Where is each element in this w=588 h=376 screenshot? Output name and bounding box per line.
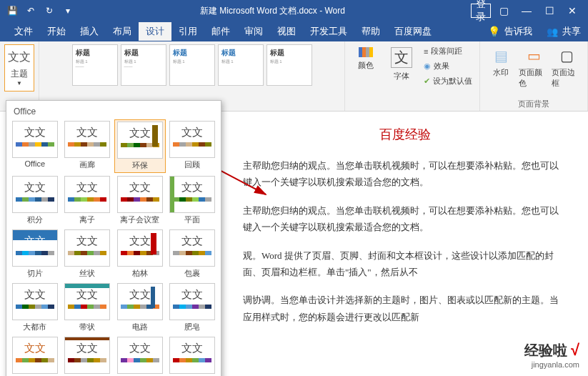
page-color-button[interactable]: ▭页面颜色 xyxy=(517,44,550,91)
document-paragraph: 调协调。当您单击设计并选择新的主题时，图片、图表或以匹配新的主题。当应用样式时，… xyxy=(243,292,567,325)
login-button[interactable]: 登录 xyxy=(471,4,491,18)
themes-dropdown-header: Office xyxy=(9,104,218,119)
paragraph-spacing-icon: ≡ xyxy=(424,47,428,56)
themes-label: 主题 xyxy=(11,68,28,80)
colors-icon xyxy=(359,47,373,57)
window-controls: 登录 ▢ — ☐ ✕ xyxy=(471,4,582,18)
themes-dropdown: Office 文文Office 文文画廊 文文环保 文文回顾 文文积分 文文离子… xyxy=(6,100,221,376)
qat-more-icon[interactable]: ▾ xyxy=(61,4,74,17)
tab-file[interactable]: 文件 xyxy=(7,22,40,41)
style-thumb[interactable]: 标题标题 1 xyxy=(169,44,215,86)
themes-grid: 文文Office 文文画廊 文文环保 文文回顾 文文积分 文文离子 文文离子会议… xyxy=(9,119,218,376)
colors-label: 颜色 xyxy=(358,60,374,71)
tab-review[interactable]: 审阅 xyxy=(237,22,270,41)
themes-icon: 文文 xyxy=(8,50,31,65)
tab-home[interactable]: 开始 xyxy=(40,22,73,41)
site-watermark: 经验啦 √ jingyanla.com xyxy=(524,341,579,369)
fonts-icon: 文 xyxy=(391,47,412,68)
theme-item-banded[interactable]: 文文带状 xyxy=(62,282,114,334)
effects-column: ≡段落间距 ◉效果 ✔设为默认值 xyxy=(421,44,475,88)
quick-access-toolbar: 💾 ↶ ↻ ▾ xyxy=(6,4,74,17)
theme-item-ion[interactable]: 文文离子 xyxy=(62,174,114,227)
tab-help[interactable]: 帮助 xyxy=(354,22,387,41)
effects-icon: ◉ xyxy=(424,61,431,71)
document-page: 百度经验 主帮助您归纳的观点。当您单击联机视频时，可以在想要添补粘贴。您也可以键… xyxy=(221,112,588,376)
page-borders-button[interactable]: ▢页面边框 xyxy=(550,44,583,91)
theme-item-retrospect[interactable]: 文文回顾 xyxy=(167,119,219,173)
theme-item-circuit[interactable]: 文文电路 xyxy=(114,282,166,334)
maximize-icon[interactable]: ☐ xyxy=(539,4,559,18)
paragraph-spacing-button[interactable]: ≡段落间距 xyxy=(421,44,475,58)
watermark-text: 经验啦 xyxy=(524,342,567,358)
minimize-icon[interactable]: — xyxy=(517,4,537,18)
theme-item-slice[interactable]: 文文切片 xyxy=(9,228,61,280)
colors-button[interactable]: 颜色 xyxy=(349,44,382,74)
tellme-label[interactable]: 告诉我 xyxy=(504,25,532,38)
theme-item-ion-boardroom[interactable]: 文文离子会议室 xyxy=(114,174,166,227)
style-thumb[interactable]: 标题标题 1 xyxy=(266,44,312,86)
fonts-label: 字体 xyxy=(394,71,409,81)
tab-developer[interactable]: 开发工具 xyxy=(303,22,354,41)
theme-item-pattern[interactable]: 文文花纹 xyxy=(114,335,166,376)
theme-item-soap[interactable]: 文文肥皂 xyxy=(167,282,219,334)
chevron-down-icon: ▼ xyxy=(16,80,22,86)
document-paragraph: 主帮助您归纳的观点。当您单击联机视频时，可以在想要添补粘贴。您也可以键入一个关键… xyxy=(243,202,567,236)
tab-design[interactable]: 设计 xyxy=(139,22,171,41)
theme-item-berlin[interactable]: 文文柏林 xyxy=(114,228,166,280)
redo-icon[interactable]: ↻ xyxy=(43,4,56,17)
themes-button[interactable]: 文文 主题 ▼ xyxy=(4,44,34,91)
theme-item-parcel[interactable]: 文文包裹 xyxy=(167,228,219,280)
theme-item-office[interactable]: 文文Office xyxy=(9,119,61,173)
tab-insert[interactable]: 插入 xyxy=(73,22,106,41)
theme-item-gallery2[interactable]: 文文画廊 xyxy=(167,335,219,376)
theme-item-gallery[interactable]: 文文画廊 xyxy=(62,119,114,173)
effects-button[interactable]: ◉效果 xyxy=(421,59,475,73)
page-background-group: ▤水印 ▭页面颜色 ▢页面边框 页面背景 xyxy=(480,41,588,111)
fonts-button[interactable]: 文 字体 xyxy=(385,44,418,84)
save-icon[interactable]: 💾 xyxy=(6,4,19,17)
watermark-url: jingyanla.com xyxy=(524,360,579,369)
style-thumb[interactable]: 标题标题 1—— xyxy=(72,44,118,86)
title-bar: 💾 ↶ ↻ ▾ 新建 Microsoft Word 文档.docx - Word… xyxy=(0,0,588,21)
document-paragraph: 主帮助您归纳的观点。当您单击联机视频时，可以在想要添补粘贴。您也可以键入一个关键… xyxy=(243,157,567,191)
page-borders-icon: ▢ xyxy=(560,47,574,64)
page-background-label: 页面背景 xyxy=(518,99,549,109)
theme-item-facet[interactable]: 文文平面 xyxy=(167,174,219,227)
colors-fonts-group: 颜色 文 字体 ≡段落间距 ◉效果 ✔设为默认值 xyxy=(345,41,480,111)
check-icon: √ xyxy=(571,341,579,359)
ribbon-tabs: 文件 开始 插入 布局 设计 引用 邮件 审阅 视图 开发工具 帮助 百度网盘 … xyxy=(0,21,588,41)
theme-item-landscape[interactable]: 文文风景 xyxy=(9,335,61,376)
share-label[interactable]: 共享 xyxy=(562,25,581,38)
check-icon: ✔ xyxy=(424,76,430,86)
watermark-icon: ▤ xyxy=(494,47,508,64)
style-thumb[interactable]: 标题标题 1 xyxy=(218,44,264,86)
ribbon-options-icon[interactable]: ▢ xyxy=(494,4,514,18)
theme-item-metropolitan[interactable]: 文文大都市 xyxy=(9,282,61,334)
share-icon[interactable]: 👥 xyxy=(547,26,558,37)
theme-item-wisp[interactable]: 文文丝状 xyxy=(62,228,114,280)
theme-item-dividend[interactable]: 文文红利 xyxy=(62,335,114,376)
theme-item-integral[interactable]: 文文积分 xyxy=(9,174,61,227)
tab-baidu[interactable]: 百度网盘 xyxy=(387,22,439,41)
tab-layout[interactable]: 布局 xyxy=(106,22,139,41)
window-title: 新建 Microsoft Word 文档.docx - Word xyxy=(74,5,471,17)
tab-references[interactable]: 引用 xyxy=(171,22,204,41)
close-icon[interactable]: ✕ xyxy=(562,4,582,18)
watermark-button[interactable]: ▤水印 xyxy=(484,44,517,91)
tellme-icon[interactable]: 💡 xyxy=(488,26,500,37)
undo-icon[interactable]: ↶ xyxy=(24,4,37,17)
document-paragraph: 观。Word 提供了页眉、页脚、封面和文本框设计，这些设计以添加匹配的封面、页眉… xyxy=(243,247,567,281)
page-color-icon: ▭ xyxy=(527,47,541,64)
theme-item-environmental[interactable]: 文文环保 xyxy=(114,119,166,173)
style-gallery[interactable]: 标题标题 1—— 标题标题 1—— 标题标题 1 标题标题 1 标题标题 1 xyxy=(72,44,312,86)
tab-view[interactable]: 视图 xyxy=(270,22,303,41)
set-default-button[interactable]: ✔设为默认值 xyxy=(421,74,475,88)
document-title: 百度经验 xyxy=(243,126,567,143)
style-thumb[interactable]: 标题标题 1—— xyxy=(121,44,166,86)
tab-mailings[interactable]: 邮件 xyxy=(204,22,237,41)
